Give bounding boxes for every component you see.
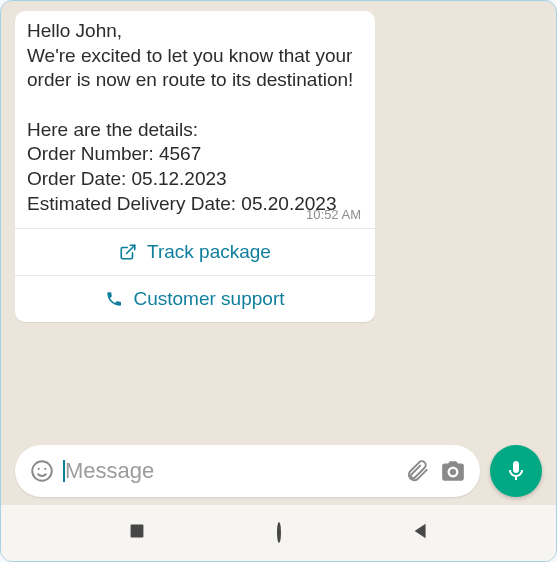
svg-point-2 bbox=[38, 468, 40, 470]
message-text: Hello John, We're excited to let you kno… bbox=[27, 19, 363, 221]
message-input-placeholder: Message bbox=[65, 458, 154, 483]
track-package-label: Track package bbox=[147, 241, 271, 263]
camera-icon[interactable] bbox=[440, 458, 466, 484]
text-cursor bbox=[63, 460, 65, 482]
svg-line-0 bbox=[127, 245, 135, 253]
voice-message-button[interactable] bbox=[490, 445, 542, 497]
mic-icon bbox=[504, 459, 528, 483]
attach-icon[interactable] bbox=[404, 458, 430, 484]
svg-point-1 bbox=[32, 461, 52, 481]
svg-point-3 bbox=[44, 468, 46, 470]
open-link-icon bbox=[119, 243, 137, 261]
square-icon bbox=[126, 520, 148, 542]
message-input[interactable]: Message bbox=[65, 458, 394, 484]
message-body: Hello John, We're excited to let you kno… bbox=[15, 11, 375, 228]
circle-icon bbox=[277, 522, 281, 543]
android-nav-bar bbox=[1, 505, 556, 561]
incoming-message-bubble: Hello John, We're excited to let you kno… bbox=[15, 11, 375, 322]
phone-icon bbox=[105, 290, 123, 308]
emoji-icon[interactable] bbox=[29, 458, 55, 484]
chat-area: Hello John, We're excited to let you kno… bbox=[1, 1, 556, 441]
input-bar: Message bbox=[15, 445, 542, 497]
track-package-button[interactable]: Track package bbox=[15, 228, 375, 275]
message-input-container[interactable]: Message bbox=[15, 445, 480, 497]
nav-home-button[interactable] bbox=[277, 524, 281, 542]
customer-support-label: Customer support bbox=[133, 288, 284, 310]
nav-back-button[interactable] bbox=[410, 520, 432, 546]
nav-recent-button[interactable] bbox=[126, 520, 148, 546]
customer-support-button[interactable]: Customer support bbox=[15, 275, 375, 322]
svg-rect-4 bbox=[130, 525, 143, 538]
triangle-left-icon bbox=[410, 520, 432, 542]
phone-frame: Hello John, We're excited to let you kno… bbox=[0, 0, 557, 562]
